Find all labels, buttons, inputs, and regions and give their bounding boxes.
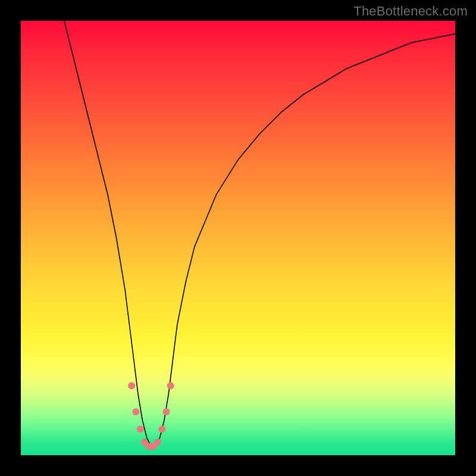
curve-svg	[21, 21, 455, 455]
valley-marker	[128, 382, 135, 389]
valley-marker	[163, 408, 170, 415]
marker-group	[128, 382, 174, 450]
bottleneck-curve	[64, 21, 455, 446]
chart-frame: TheBottleneck.com	[0, 0, 476, 476]
valley-marker	[137, 425, 144, 433]
watermark-label: TheBottleneck.com	[353, 4, 468, 19]
valley-marker	[154, 439, 161, 446]
valley-marker	[167, 382, 174, 389]
plot-area	[21, 21, 455, 455]
valley-marker	[158, 425, 165, 433]
valley-marker	[133, 408, 140, 415]
